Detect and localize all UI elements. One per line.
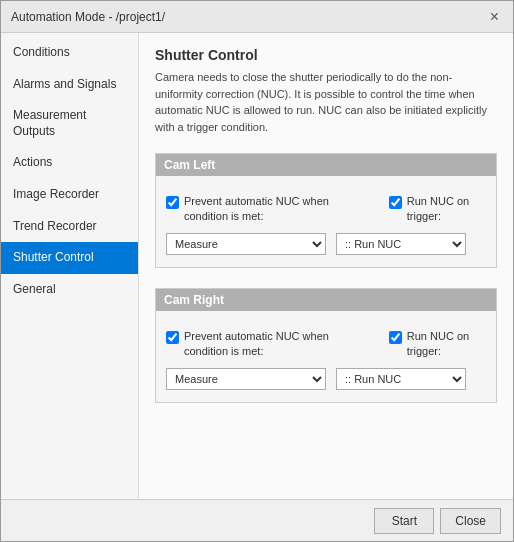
sidebar-item-shutter-control[interactable]: Shutter Control — [1, 242, 138, 274]
sidebar-item-trend-recorder[interactable]: Trend Recorder — [1, 211, 138, 243]
cam-left-header: Cam Left — [156, 154, 496, 176]
cam-right-header: Cam Right — [156, 289, 496, 311]
cam-left-section: Cam Left Prevent automatic NUC when cond… — [155, 153, 497, 268]
cam-left-run-nuc-checkbox[interactable] — [389, 196, 402, 209]
sidebar-item-image-recorder[interactable]: Image Recorder — [1, 179, 138, 211]
content-description: Camera needs to close the shutter period… — [155, 69, 497, 135]
start-button[interactable]: Start — [374, 508, 434, 534]
sidebar-item-actions[interactable]: Actions — [1, 147, 138, 179]
sidebar-item-alarms[interactable]: Alarms and Signals — [1, 69, 138, 101]
cam-left-prevent-text: Prevent automatic NUC when condition is … — [184, 194, 369, 225]
dialog: Automation Mode - /project1/ × Condition… — [0, 0, 514, 542]
close-icon[interactable]: × — [486, 9, 503, 25]
content-area: Shutter Control Camera needs to close th… — [139, 33, 513, 499]
cam-right-run-nuc-label[interactable]: Run NUC on trigger: — [389, 329, 486, 360]
cam-left-prevent-label[interactable]: Prevent automatic NUC when condition is … — [166, 194, 369, 225]
cam-left-dropdown-right[interactable]: :: Run NUC — [336, 233, 466, 255]
cam-right-prevent-checkbox[interactable] — [166, 331, 179, 344]
sidebar-item-measurement-outputs[interactable]: Measurement Outputs — [1, 100, 138, 147]
cam-right-dropdown-right[interactable]: :: Run NUC — [336, 368, 466, 390]
cam-left-dropdown-left[interactable]: Measure — [166, 233, 326, 255]
footer: Start Close — [1, 499, 513, 541]
cam-right-dropdown-row: Measure :: Run NUC — [166, 368, 486, 390]
dialog-title: Automation Mode - /project1/ — [11, 10, 165, 24]
cam-left-prevent-checkbox[interactable] — [166, 196, 179, 209]
cam-right-checkbox-row: Prevent automatic NUC when condition is … — [166, 329, 486, 360]
main-content: Conditions Alarms and Signals Measuremen… — [1, 33, 513, 499]
cam-right-body: Prevent automatic NUC when condition is … — [156, 319, 496, 402]
cam-right-run-nuc-text: Run NUC on trigger: — [407, 329, 486, 360]
cam-left-body: Prevent automatic NUC when condition is … — [156, 184, 496, 267]
cam-left-run-nuc-label[interactable]: Run NUC on trigger: — [389, 194, 486, 225]
cam-left-dropdown-row: Measure :: Run NUC — [166, 233, 486, 255]
cam-left-checkbox-row: Prevent automatic NUC when condition is … — [166, 194, 486, 225]
cam-right-dropdown-left[interactable]: Measure — [166, 368, 326, 390]
cam-right-prevent-label[interactable]: Prevent automatic NUC when condition is … — [166, 329, 369, 360]
sidebar-item-general[interactable]: General — [1, 274, 138, 306]
close-button[interactable]: Close — [440, 508, 501, 534]
sidebar-item-conditions[interactable]: Conditions — [1, 37, 138, 69]
titlebar: Automation Mode - /project1/ × — [1, 1, 513, 33]
sidebar: Conditions Alarms and Signals Measuremen… — [1, 33, 139, 499]
cam-right-prevent-text: Prevent automatic NUC when condition is … — [184, 329, 369, 360]
content-title: Shutter Control — [155, 47, 497, 63]
cam-right-run-nuc-checkbox[interactable] — [389, 331, 402, 344]
cam-right-section: Cam Right Prevent automatic NUC when con… — [155, 288, 497, 403]
cam-left-run-nuc-text: Run NUC on trigger: — [407, 194, 486, 225]
